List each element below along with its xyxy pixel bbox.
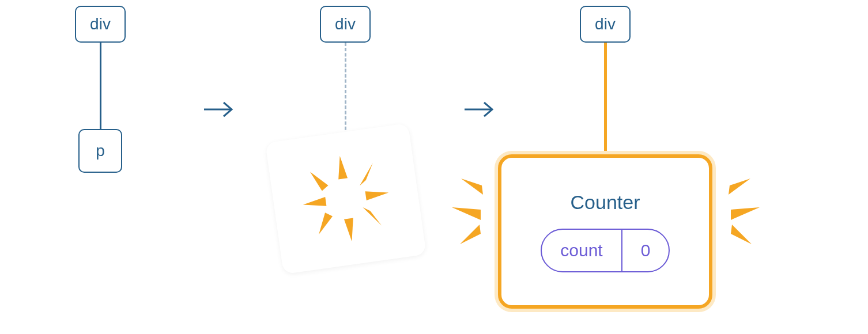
- tree-connector-dashed: [345, 43, 346, 141]
- svg-marker-4: [365, 188, 390, 200]
- svg-marker-10: [461, 179, 483, 195]
- svg-marker-6: [357, 163, 376, 186]
- state-key: count: [542, 230, 622, 271]
- sparkle-icon: [447, 179, 493, 248]
- node-label: p: [96, 142, 105, 160]
- svg-marker-5: [310, 169, 329, 192]
- state-pill: count 0: [541, 229, 670, 272]
- arrow-icon: [462, 98, 497, 121]
- component-title: Counter: [571, 191, 640, 214]
- svg-marker-13: [729, 179, 750, 195]
- node-p: p: [78, 129, 122, 173]
- node-label: div: [90, 15, 111, 33]
- svg-marker-11: [452, 207, 481, 220]
- node-div: div: [580, 6, 631, 43]
- node-div: div: [320, 6, 371, 43]
- svg-marker-1: [335, 155, 348, 180]
- svg-marker-3: [303, 197, 327, 209]
- tree-connector: [100, 43, 101, 129]
- stage-2: div: [320, 6, 371, 43]
- node-label: div: [595, 15, 616, 33]
- burst-icon: [265, 123, 427, 275]
- stage-1: div p: [75, 6, 126, 43]
- svg-marker-8: [363, 205, 382, 228]
- node-div: div: [75, 6, 126, 43]
- tree-connector-highlight: [604, 43, 607, 158]
- stage-3: div Counter count 0: [580, 6, 631, 43]
- poof-card: [265, 123, 427, 275]
- svg-marker-7: [316, 212, 335, 235]
- state-value: 0: [622, 230, 669, 271]
- svg-marker-2: [344, 218, 356, 242]
- svg-marker-12: [460, 225, 481, 244]
- arrow-icon: [202, 98, 236, 121]
- svg-marker-14: [731, 207, 760, 220]
- counter-component: Counter count 0: [498, 154, 712, 309]
- sparkle-icon: [718, 179, 764, 248]
- node-label: div: [335, 15, 356, 33]
- svg-marker-15: [731, 225, 752, 244]
